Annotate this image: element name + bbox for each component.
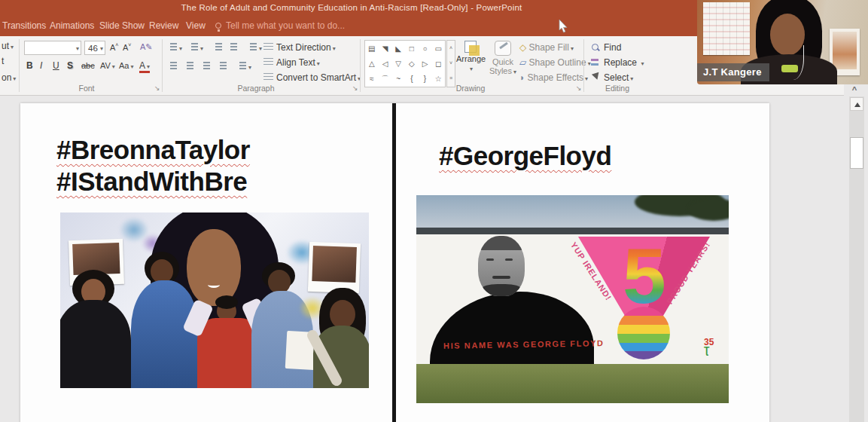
shape-icon[interactable]: ◥ xyxy=(382,44,388,53)
breonna-taylor-collage-image[interactable] xyxy=(60,213,369,388)
lightbulb-icon xyxy=(215,23,221,29)
paragraph-dialog-launcher-icon[interactable]: ↘ xyxy=(352,84,358,92)
shape-fill-icon: ◇ xyxy=(519,42,526,53)
shape-icon[interactable]: ⌒ xyxy=(381,74,388,84)
align-center-button[interactable] xyxy=(184,61,194,72)
justify-button[interactable] xyxy=(217,61,227,72)
numbered-list-icon xyxy=(188,42,199,50)
vertical-scrollbar[interactable] xyxy=(849,96,864,422)
line-spacing-button[interactable]: ▾ xyxy=(247,42,262,53)
strikethrough-button[interactable]: abc xyxy=(81,61,95,70)
heading-istandwithbre[interactable]: #IStandWithBre xyxy=(56,167,247,197)
shape-icon[interactable]: ▤ xyxy=(368,44,375,53)
change-case-button[interactable]: Aa▾ xyxy=(119,61,133,70)
tab-view[interactable]: View xyxy=(186,20,206,31)
font-dialog-launcher-icon[interactable]: ↘ xyxy=(154,84,160,92)
george-floyd-mural-image[interactable]: 5 YUP IRELAND! PROUD YEARS! HIS NAME WAS… xyxy=(416,195,729,403)
underline-button[interactable]: U xyxy=(53,60,59,71)
shape-icon[interactable]: ☆ xyxy=(435,75,442,83)
shape-icon[interactable]: ◇ xyxy=(409,60,415,68)
text-direction-button[interactable]: Text Direction▾ xyxy=(263,42,336,53)
tab-transitions[interactable]: Transitions xyxy=(2,20,46,31)
shape-outline-button[interactable]: ▱ Shape Outline▾ xyxy=(519,57,591,68)
dropdown-caret-icon: ▾ xyxy=(112,63,115,70)
bold-button[interactable]: B xyxy=(26,60,33,71)
shape-icon[interactable]: ▽ xyxy=(395,60,401,68)
polaroid-photo xyxy=(308,242,361,293)
scrollbar-thumb[interactable] xyxy=(850,137,863,169)
align-right-button[interactable] xyxy=(200,61,211,72)
reset-button-partial[interactable]: t xyxy=(2,56,4,66)
replace-button[interactable]: Replace ▾ xyxy=(591,57,644,68)
shape-icon[interactable]: ◻ xyxy=(435,60,441,68)
numbering-button[interactable]: ▾ xyxy=(188,42,203,53)
shape-icon[interactable]: ≈ xyxy=(370,75,374,83)
drawing-dialog-launcher-icon[interactable]: ↘ xyxy=(576,84,582,92)
layout-button-partial[interactable]: ut▾ xyxy=(2,41,14,51)
bullets-button[interactable]: ▾ xyxy=(167,42,182,53)
figure-face xyxy=(330,300,355,329)
artist-signature: 35Ʈ xyxy=(704,338,714,355)
dropdown-caret-icon: ▾ xyxy=(76,45,79,52)
character-spacing-button[interactable]: AV▾ xyxy=(100,61,115,70)
shape-effects-button[interactable]: ◗ Shape Effects▾ xyxy=(519,72,588,83)
shape-icon[interactable]: ▭ xyxy=(434,44,441,53)
shape-icon[interactable]: △ xyxy=(369,60,375,68)
shape-icon[interactable]: } xyxy=(424,75,426,83)
decrease-indent-button[interactable] xyxy=(212,42,223,53)
shape-gallery-scrollbar[interactable]: ˄˅≡ xyxy=(446,40,455,87)
font-name-combo[interactable]: ▾ xyxy=(24,41,81,55)
slide-canvas[interactable]: #BreonnaTaylor #IStandWithBre xyxy=(20,103,769,422)
heading-george-floyd[interactable]: #GeorgeFloyd xyxy=(439,141,611,171)
shape-icon[interactable]: ○ xyxy=(422,44,427,53)
tab-slide-show[interactable]: Slide Show xyxy=(99,20,145,31)
dropdown-caret-icon: ▾ xyxy=(13,75,16,82)
shape-icon[interactable]: ▷ xyxy=(422,60,428,68)
text-shadow-button[interactable]: S xyxy=(67,60,73,71)
font-color-button[interactable]: A▾ xyxy=(139,60,150,73)
tell-me-box[interactable]: Tell me what you want to do... xyxy=(215,20,345,31)
increase-indent-button[interactable] xyxy=(227,42,238,53)
font-size-combo[interactable]: 46▾ xyxy=(84,41,105,55)
tab-animations[interactable]: Animations xyxy=(50,20,94,31)
shape-gallery[interactable]: ▤◥◣□○▭ △◁▽◇▷◻ ≈⌒~{}☆ xyxy=(364,40,446,87)
columns-button[interactable]: ▾ xyxy=(236,61,251,72)
mural-wall-cap xyxy=(416,228,729,234)
dropdown-caret-icon: ▾ xyxy=(248,64,251,71)
tab-review[interactable]: Review xyxy=(149,20,178,31)
webcam-video: J.T Kangere xyxy=(697,0,868,84)
align-left-button[interactable] xyxy=(167,61,178,72)
group-separator xyxy=(19,39,20,92)
section-button-partial[interactable]: on▾ xyxy=(2,72,16,83)
align-text-icon xyxy=(263,58,273,66)
text-direction-icon xyxy=(263,43,273,50)
shape-icon[interactable]: { xyxy=(410,75,413,83)
dropdown-caret-icon: ▾ xyxy=(513,69,516,75)
shape-icon[interactable]: ~ xyxy=(396,75,400,83)
align-text-button[interactable]: Align Text▾ xyxy=(263,57,320,68)
heading-breonna-taylor[interactable]: #BreonnaTaylor xyxy=(56,135,250,165)
dropdown-caret-icon: ▾ xyxy=(147,63,150,70)
grow-font-button[interactable]: A˄ xyxy=(110,42,118,52)
shape-icon[interactable]: ◣ xyxy=(395,44,401,53)
collapse-ribbon-chevron-icon[interactable]: ^ xyxy=(847,85,862,96)
figure-blue-jacket xyxy=(131,280,199,388)
group-separator xyxy=(162,39,163,92)
align-left-icon xyxy=(167,61,178,69)
paragraph-group-label: Paragraph xyxy=(226,84,286,93)
slide-divider-line[interactable] xyxy=(392,103,396,422)
dropdown-caret-icon: ▾ xyxy=(130,63,133,70)
italic-button[interactable]: I xyxy=(40,60,42,71)
shape-icon[interactable]: □ xyxy=(410,44,414,53)
shrink-font-button[interactable]: A˅ xyxy=(123,42,131,52)
find-button[interactable]: Find xyxy=(591,42,621,53)
arrange-button[interactable]: Arrange▾ xyxy=(456,41,485,72)
clear-formatting-button[interactable]: A✎ xyxy=(140,42,153,52)
quick-styles-button[interactable]: QuickStyles▾ xyxy=(488,41,518,75)
shape-fill-button[interactable]: ◇ Shape Fill▾ xyxy=(519,42,574,53)
select-button[interactable]: Select▾ xyxy=(591,72,633,83)
shape-icon[interactable]: ◁ xyxy=(382,60,388,68)
scroll-up-button[interactable] xyxy=(850,97,863,111)
dropdown-caret-icon: ▾ xyxy=(333,45,336,52)
convert-smartart-button[interactable]: Convert to SmartArt▾ xyxy=(263,72,361,83)
